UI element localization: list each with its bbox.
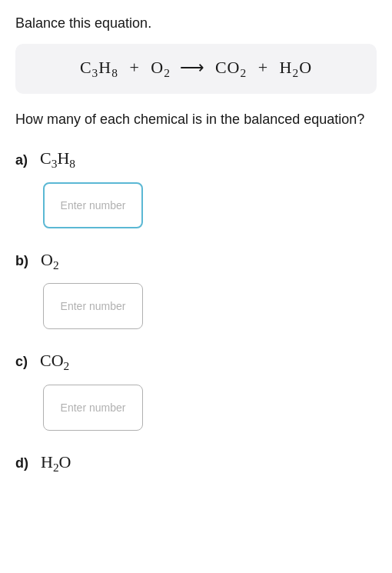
input-c[interactable]	[44, 385, 142, 430]
question-item-b: b) O2	[15, 250, 377, 329]
chemical-a: C3H8	[40, 148, 75, 171]
equation-text: C3H8 + O2 ⟶ CO2 + H2O	[80, 58, 312, 80]
question-item-a: a) C3H8	[15, 148, 377, 228]
question-item-c: c) CO2	[15, 351, 377, 430]
question-text: How many of each chemical is in the bala…	[15, 109, 377, 130]
chemical-c: CO2	[40, 351, 69, 373]
input-box-b[interactable]	[43, 283, 143, 329]
label-a: a)	[15, 152, 28, 168]
input-box-a[interactable]	[43, 182, 143, 228]
equation-display: C3H8 + O2 ⟶ CO2 + H2O	[15, 44, 377, 94]
question-item-d: d) H2O	[15, 452, 377, 475]
page-title: Balance this equation.	[15, 15, 377, 32]
label-c: c)	[15, 354, 28, 370]
question-label-d: d) H2O	[15, 452, 377, 475]
question-label-c: c) CO2	[15, 351, 377, 373]
question-label-a: a) C3H8	[15, 148, 377, 171]
input-a[interactable]	[45, 184, 141, 227]
chemical-d: H2O	[41, 452, 71, 475]
label-d: d)	[15, 455, 28, 471]
chemical-b: O2	[41, 250, 59, 272]
input-box-c[interactable]	[43, 385, 143, 431]
input-b[interactable]	[44, 284, 142, 328]
label-b: b)	[15, 253, 28, 269]
question-label-b: b) O2	[15, 250, 377, 272]
